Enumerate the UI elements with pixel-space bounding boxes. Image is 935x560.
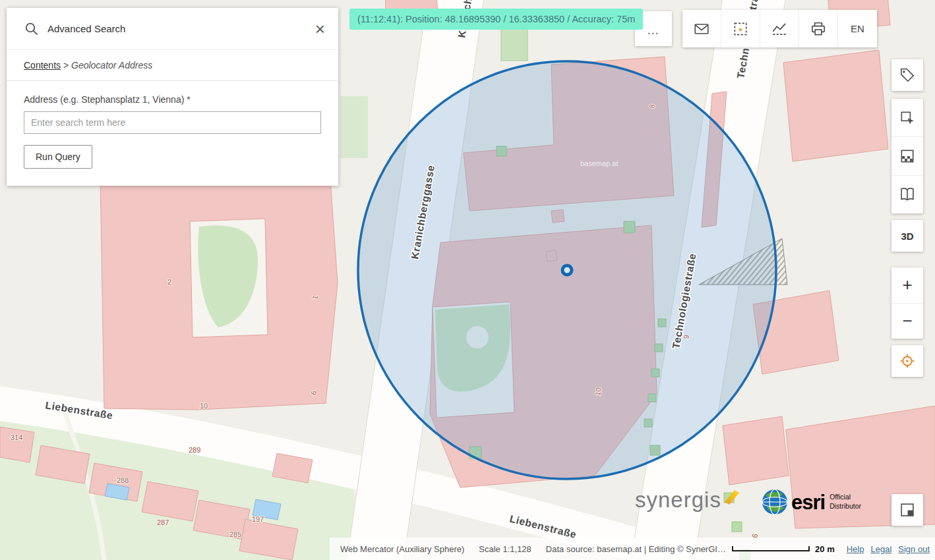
breadcrumb-current: Geolocator Address — [71, 60, 152, 70]
search-icon — [24, 21, 40, 37]
3d-view-button[interactable]: 3D — [891, 220, 923, 252]
house-number: 285 — [229, 530, 241, 538]
house-number: 2 — [167, 278, 171, 286]
mail-icon — [693, 20, 710, 38]
tag-icon — [899, 67, 916, 84]
panel-body: Address (e.g. Stephansplatz 1, Vienna) *… — [7, 81, 338, 186]
esri-globe-icon — [762, 489, 788, 515]
position-badge: (11:12:41): Position: 48.16895390 / 16.3… — [349, 9, 643, 30]
overview-map-group — [891, 494, 923, 526]
scale-bar — [732, 546, 810, 551]
zoom-control: + − — [891, 267, 923, 339]
run-query-button[interactable]: Run Query — [24, 145, 92, 169]
position-marker — [562, 266, 572, 275]
measure-button[interactable] — [760, 10, 799, 47]
house-number: 314 — [11, 434, 22, 441]
select-extent-button[interactable] — [721, 10, 760, 47]
geolocate-target-icon — [899, 352, 916, 370]
house-number: 287 — [157, 518, 169, 526]
print-icon — [810, 20, 827, 38]
house-number: 288 — [117, 476, 129, 484]
house-number: 10 — [593, 387, 603, 396]
status-bar: Web Mercator (Auxiliary Sphere) Scale 1:… — [330, 538, 935, 560]
geolocate-button[interactable] — [891, 345, 923, 377]
esri-logo: esri Official Distributor — [762, 489, 861, 515]
select-extent-icon — [732, 20, 749, 38]
breadcrumb: Contents > Geolocator Address — [7, 50, 338, 81]
address-input[interactable] — [24, 111, 321, 134]
select-features-button[interactable] — [891, 99, 923, 137]
scalebar-label: 20 m — [815, 544, 835, 554]
synergis-mark-icon — [723, 489, 740, 506]
address-label: Address (e.g. Stephansplatz 1, Vienna) * — [24, 94, 321, 105]
basemap-watermark: basemap.at — [580, 159, 618, 167]
breadcrumb-separator: > — [63, 60, 69, 70]
geolocate-group — [891, 345, 923, 377]
esri-tagline: Official Distributor — [829, 493, 861, 511]
signout-link[interactable]: Sign out — [898, 544, 930, 554]
top-toolbar: EN — [682, 10, 877, 47]
help-link[interactable]: Help — [847, 544, 864, 554]
overview-map-icon — [899, 501, 916, 518]
language-button[interactable]: EN — [838, 10, 877, 47]
send-mail-button[interactable] — [682, 10, 721, 47]
overview-map-button[interactable] — [891, 494, 923, 526]
synergis-logo: synergis — [635, 489, 740, 511]
esri-wordmark: esri — [791, 492, 825, 513]
datasource-label: Data source: basemap.at | Editing © Syne… — [546, 544, 727, 554]
right-toolbar-3d-group: 3D — [891, 220, 923, 252]
zoom-in-button[interactable]: + — [891, 267, 923, 303]
panel-header: Advanced Search × — [7, 8, 338, 50]
close-button[interactable]: × — [315, 20, 325, 38]
house-number: 10 — [200, 402, 208, 410]
breadcrumb-contents-link[interactable]: Contents — [24, 60, 61, 70]
print-button[interactable] — [799, 10, 838, 47]
zoom-out-button[interactable]: − — [891, 303, 923, 339]
redlining-button[interactable] — [891, 59, 923, 91]
right-toolbar-tools-group — [891, 99, 923, 213]
legal-link[interactable]: Legal — [870, 544, 891, 554]
basemap-button[interactable] — [891, 137, 923, 175]
house-number: 197 — [252, 515, 264, 523]
ellipsis-icon: ⋯ — [648, 26, 660, 45]
advanced-search-panel: Advanced Search × Contents > Geolocator … — [7, 8, 338, 186]
synergis-wordmark: synergis — [635, 489, 721, 511]
measure-icon — [771, 20, 788, 38]
scale-label: Scale 1:1,128 — [479, 544, 531, 554]
basemap-icon — [899, 148, 916, 165]
legend-book-icon — [899, 186, 916, 203]
house-number: 289 — [189, 446, 200, 454]
right-toolbar-tag-group — [891, 59, 923, 91]
legend-button[interactable] — [891, 176, 923, 213]
select-features-icon — [899, 109, 916, 126]
panel-title: Advanced Search — [47, 23, 315, 34]
projection-label: Web Mercator (Auxiliary Sphere) — [340, 544, 464, 554]
